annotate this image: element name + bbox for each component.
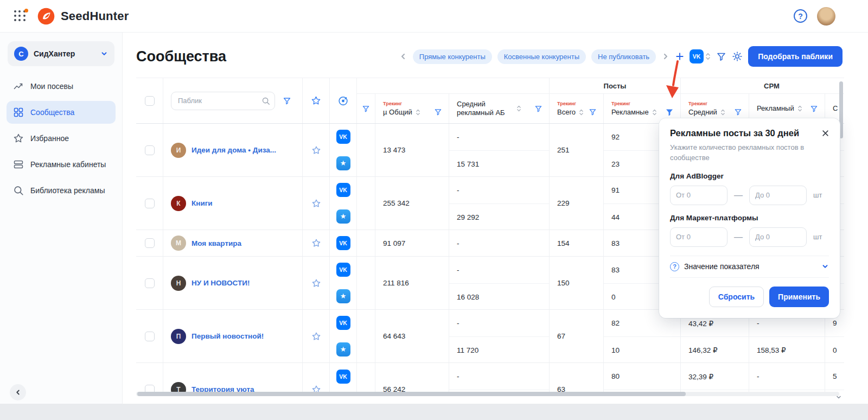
favorite-star-icon[interactable] (311, 278, 321, 288)
favorite-star-icon[interactable] (311, 199, 321, 208)
apply-button[interactable]: Применить (769, 287, 829, 307)
column-header-avg-ad-ab[interactable]: Средний рекламный АБ (449, 94, 550, 123)
metric-value-accordion[interactable]: ? Значение показателя (670, 256, 829, 278)
column-header-mu-total[interactable]: Трекинг µ Общий (375, 94, 449, 123)
community-name[interactable]: Идеи для дома • Диза... (192, 146, 280, 154)
cell-avg-ad-ab: -29 292 (449, 177, 550, 230)
row-checkbox[interactable] (145, 145, 155, 155)
chip-indirect-competitors[interactable]: Косвенные конкуренты (497, 49, 586, 64)
market-to-input[interactable] (749, 227, 807, 247)
filter-icon[interactable] (534, 105, 542, 113)
chips-next-button[interactable] (661, 52, 670, 61)
cell-cut: 5 (825, 363, 844, 396)
trend-icon (13, 81, 24, 92)
favorite-star-icon[interactable] (311, 145, 321, 155)
row-checkbox[interactable] (145, 199, 155, 208)
filter-icon[interactable] (434, 108, 442, 116)
sidebar-item-favorites[interactable]: Избранное (7, 127, 116, 150)
market-from-input[interactable] (670, 227, 727, 247)
cell-value: - (449, 177, 549, 203)
sidebar-item-communities[interactable]: Сообщества (7, 101, 116, 124)
sidebar-collapse-button[interactable] (10, 384, 26, 400)
sort-icon[interactable] (579, 109, 584, 116)
column-header-posts-total[interactable]: Трекинг Всего (550, 94, 604, 123)
cell-mu-total: 91 097 (375, 230, 449, 256)
vk-platform-sort[interactable]: VK (690, 49, 711, 63)
community-name[interactable]: Первый новостной! (192, 332, 268, 340)
select-all-checkbox[interactable] (145, 96, 155, 106)
community-name[interactable]: НУ И НОВОСТИ! (192, 279, 254, 287)
public-search-input[interactable] (171, 92, 275, 110)
sort-icon[interactable] (416, 109, 420, 116)
filter-icon[interactable] (810, 105, 818, 113)
popup-subtitle: Укажите количество рекламных постов в со… (670, 143, 827, 163)
add-chip-button[interactable] (675, 52, 684, 61)
group-header-cpm: CPM (680, 78, 844, 93)
cell-value: 32,39 ₽ (681, 363, 749, 390)
favorites-column-star-icon[interactable] (311, 96, 321, 106)
sort-icon[interactable] (720, 109, 725, 116)
select-publics-button[interactable]: Подобрать паблики (748, 46, 843, 67)
horizontal-scrollbar-thumb[interactable] (137, 392, 686, 396)
vk-icon: VK (336, 263, 350, 277)
cell-value: - (749, 363, 825, 390)
vk-icon: VK (336, 370, 350, 384)
help-icon[interactable]: ? (794, 9, 807, 23)
favorite-star-icon[interactable] (311, 238, 321, 248)
cell-avg-ad-ab: - (449, 363, 550, 396)
chips-prev-button[interactable] (399, 52, 407, 61)
seedhunter-logo-icon (37, 7, 55, 26)
cell-mu-total: 211 816 (375, 257, 449, 309)
tracking-target-icon[interactable] (337, 95, 349, 106)
filter-icon[interactable] (362, 105, 370, 113)
community-avatar: П (171, 329, 186, 344)
cell-mu-total: 13 473 (375, 124, 449, 176)
apps-grid-icon[interactable] (14, 10, 26, 22)
toolbar-settings-icon[interactable] (732, 51, 743, 62)
public-filter-icon[interactable] (283, 97, 291, 105)
account-switcher[interactable]: С СидХантер (8, 41, 114, 66)
table-row[interactable]: Т Территория уюта VK 56 242 - 63 80 32,3… (136, 363, 844, 396)
user-avatar[interactable] (817, 7, 835, 26)
table-row[interactable]: П Первый новостной! VK★ 64 643 -11 720 6… (136, 310, 844, 363)
vk-icon: VK (336, 236, 350, 250)
search-icon (13, 185, 24, 196)
sidebar-item-my-seedings[interactable]: Мои посевы (7, 75, 116, 98)
tracking-label: Трекинг (383, 101, 449, 106)
unit-label: шт (813, 191, 822, 199)
community-name[interactable]: Книги (192, 199, 217, 207)
scroll-down-icon[interactable] (835, 394, 842, 400)
row-checkbox[interactable] (145, 238, 155, 248)
sidebar-item-ad-cabinets[interactable]: Рекламные кабинеты (7, 153, 116, 176)
sort-icon[interactable] (797, 105, 802, 112)
topbar: SeedHunter ? (0, 0, 868, 33)
favorite-star-icon[interactable] (311, 332, 321, 341)
chip-do-not-publish[interactable]: Не публиковать (591, 49, 656, 64)
vertical-scrollbar-thumb[interactable] (839, 81, 843, 138)
chip-direct-competitors[interactable]: Прямые конкуренты (413, 49, 492, 64)
row-checkbox[interactable] (145, 332, 155, 341)
adblogger-to-input[interactable] (749, 186, 807, 205)
horizontal-scrollbar[interactable] (136, 392, 839, 396)
sort-icon[interactable] (516, 105, 521, 112)
filter-icon[interactable] (734, 108, 742, 116)
cell-value: 16 028 (449, 283, 549, 309)
row-checkbox[interactable] (145, 278, 155, 288)
adblogger-from-input[interactable] (670, 186, 727, 205)
cell-value: - (449, 257, 549, 283)
toolbar-filter-icon[interactable] (716, 52, 726, 62)
search-icon (261, 97, 270, 105)
sidebar-item-ad-library[interactable]: Библиотека рекламы (7, 179, 116, 202)
cell-value: 10 (604, 336, 680, 362)
cell-cpm-avg: 32,39 ₽ (681, 363, 749, 396)
reset-button[interactable]: Сбросить (709, 287, 764, 307)
filter-icon-active[interactable] (665, 108, 674, 117)
filter-icon[interactable] (589, 108, 597, 116)
chevron-left-icon (14, 389, 22, 396)
account-avatar: С (14, 47, 28, 61)
cell-mu-total: 64 643 (375, 310, 449, 362)
community-name[interactable]: Моя квартира (192, 239, 246, 247)
close-icon[interactable] (822, 128, 829, 137)
cell-posts-total: 229 (550, 177, 604, 230)
sort-icon[interactable] (652, 109, 657, 116)
